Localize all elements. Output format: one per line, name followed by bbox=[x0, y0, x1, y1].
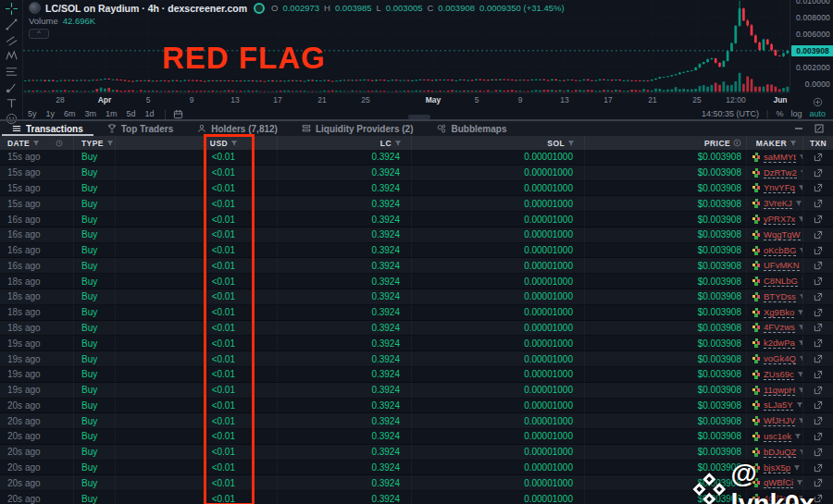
col-header-usd[interactable]: USD bbox=[116, 136, 278, 150]
txn-popout-icon[interactable] bbox=[814, 246, 823, 255]
timeframe-1y[interactable]: 1y bbox=[42, 109, 60, 118]
tab-bubblemaps[interactable]: Bubblemaps bbox=[425, 121, 518, 136]
table-row[interactable]: 19s agoBuy<0.010.39240.00001000$0.003908… bbox=[0, 336, 833, 351]
txn-popout-icon[interactable] bbox=[814, 448, 823, 457]
maker-address[interactable]: 11qwpH bbox=[764, 385, 795, 396]
brush-tool-icon[interactable] bbox=[4, 81, 19, 93]
projection-tool-icon[interactable] bbox=[4, 66, 19, 78]
table-row[interactable]: 20s agoBuy<0.010.39240.00001000$0.003908… bbox=[0, 429, 833, 445]
pattern-tool-icon[interactable] bbox=[4, 50, 19, 62]
tx-link[interactable] bbox=[803, 351, 833, 366]
table-row[interactable]: 19s agoBuy<0.010.39240.00001000$0.003908… bbox=[0, 351, 833, 367]
maker-filter-icon[interactable] bbox=[794, 433, 802, 440]
col-header-date[interactable]: DATE bbox=[0, 136, 74, 150]
tx-link[interactable] bbox=[803, 227, 833, 242]
clock-utc[interactable]: 14:50:35 (UTC) bbox=[702, 109, 759, 118]
tx-maker[interactable]: ZUs69c bbox=[747, 367, 803, 382]
txn-popout-icon[interactable] bbox=[814, 432, 823, 441]
maker-address[interactable]: bDJuQZ bbox=[764, 447, 796, 458]
tx-link[interactable] bbox=[803, 399, 833, 413]
tx-maker[interactable]: UFvMKN bbox=[747, 258, 803, 273]
table-row[interactable]: 15s agoBuy<0.010.39240.00001000$0.003908… bbox=[0, 196, 833, 212]
tx-link[interactable] bbox=[803, 289, 833, 304]
txn-popout-icon[interactable] bbox=[814, 308, 823, 317]
table-row[interactable]: 19s agoBuy<0.010.39240.00001000$0.003908… bbox=[0, 383, 833, 399]
maker-address[interactable]: DzRTw2 bbox=[764, 167, 797, 178]
crosshair-tool-icon[interactable] bbox=[4, 3, 19, 15]
tx-maker[interactable]: voGk4Q bbox=[747, 351, 803, 366]
txn-popout-icon[interactable] bbox=[814, 400, 823, 410]
tx-maker[interactable]: yPRX7x bbox=[747, 212, 803, 227]
table-row[interactable]: 19s agoBuy<0.010.39240.00001000$0.003908… bbox=[0, 367, 833, 383]
txn-popout-icon[interactable] bbox=[814, 416, 823, 425]
scale-percent-button[interactable]: % bbox=[776, 109, 783, 118]
maker-address[interactable]: k2dwPa bbox=[764, 338, 795, 349]
tx-maker[interactable]: C8NLbG bbox=[747, 274, 803, 289]
tx-maker[interactable]: 4FVzws bbox=[747, 321, 803, 336]
table-row[interactable]: 16s agoBuy<0.010.39240.00001000$0.003908… bbox=[0, 243, 833, 259]
table-row[interactable]: 16s agoBuy<0.010.39240.00001000$0.003908… bbox=[0, 227, 833, 243]
maker-address[interactable]: Xg9Bko bbox=[764, 307, 794, 318]
col-header-type[interactable]: TYPE bbox=[74, 136, 116, 150]
tx-link[interactable] bbox=[803, 336, 833, 350]
expand-icon[interactable] bbox=[814, 120, 824, 137]
tx-maker[interactable]: WqgTqW bbox=[747, 227, 803, 242]
tx-link[interactable] bbox=[803, 274, 833, 289]
timeframe-5y[interactable]: 5y bbox=[23, 109, 42, 118]
txn-popout-icon[interactable] bbox=[814, 370, 823, 379]
tx-maker[interactable]: BTYDss bbox=[747, 289, 803, 304]
tab-liquidity-providers-2-[interactable]: Liquidity Providers (2) bbox=[290, 121, 426, 136]
table-row[interactable]: 16s agoBuy<0.010.39240.00001000$0.003908… bbox=[0, 258, 833, 274]
visibility-dot-icon[interactable] bbox=[254, 3, 265, 14]
col-header-maker[interactable]: MAKER bbox=[747, 136, 803, 150]
timeframe-6m[interactable]: 6m bbox=[59, 109, 81, 118]
text-tool-icon[interactable] bbox=[4, 97, 19, 109]
table-row[interactable]: 15s agoBuy<0.010.39240.00001000$0.003908… bbox=[0, 150, 833, 166]
txn-popout-icon[interactable] bbox=[814, 261, 823, 270]
price-axis[interactable]: 0.003908 0.0100000.0080000.0060000.00200… bbox=[789, 0, 833, 92]
maker-filter-icon[interactable] bbox=[797, 371, 803, 378]
maker-address[interactable]: UFvMKN bbox=[764, 260, 800, 271]
maker-address[interactable]: WfJHJV bbox=[764, 415, 795, 426]
tx-maker[interactable]: WfJHJV bbox=[747, 413, 803, 428]
legend-collapse-button[interactable]: ^ bbox=[29, 29, 49, 39]
parallel-channel-tool-icon[interactable] bbox=[4, 34, 19, 46]
table-row[interactable]: 20s agoBuy<0.010.39240.00001000$0.003908… bbox=[0, 399, 833, 414]
txn-popout-icon[interactable] bbox=[814, 338, 823, 348]
tx-maker[interactable]: saMMYt bbox=[747, 150, 803, 165]
tx-link[interactable] bbox=[803, 150, 833, 165]
table-row[interactable]: 18s agoBuy<0.010.39240.00001000$0.003908… bbox=[0, 305, 833, 321]
col-header-lc[interactable]: LC bbox=[278, 136, 412, 150]
timeframe-1m[interactable]: 1m bbox=[101, 109, 122, 118]
goto-date-icon[interactable] bbox=[165, 109, 183, 119]
tx-maker[interactable]: 11qwpH bbox=[747, 383, 803, 398]
tx-link[interactable] bbox=[803, 181, 833, 196]
tx-link[interactable] bbox=[803, 243, 833, 258]
scale-log-button[interactable]: log bbox=[790, 109, 802, 118]
tx-maker[interactable]: usc1ek bbox=[747, 429, 803, 444]
maker-address[interactable]: saMMYt bbox=[764, 152, 796, 163]
tab-top-traders[interactable]: Top Traders bbox=[95, 121, 186, 136]
maker-address[interactable]: voGk4Q bbox=[764, 353, 796, 364]
table-row[interactable]: 18s agoBuy<0.010.39240.00001000$0.003908… bbox=[0, 289, 833, 305]
tx-maker[interactable]: oKcbBG bbox=[747, 243, 803, 258]
txn-popout-icon[interactable] bbox=[814, 183, 823, 192]
maker-address[interactable]: yPRX7x bbox=[764, 214, 795, 225]
minimize-icon[interactable] bbox=[794, 120, 803, 137]
maker-address[interactable]: WqgTqW bbox=[764, 229, 801, 240]
time-axis[interactable]: 28Apr5913172125May591317212512:00Jun bbox=[23, 92, 789, 107]
tx-link[interactable] bbox=[803, 212, 833, 227]
scale-auto-button[interactable]: auto bbox=[809, 109, 826, 118]
maker-address[interactable]: ZUs69c bbox=[764, 369, 794, 380]
txn-popout-icon[interactable] bbox=[814, 215, 823, 224]
col-header-sol[interactable]: SOL bbox=[412, 136, 585, 150]
txn-popout-icon[interactable] bbox=[814, 292, 823, 301]
maker-address[interactable]: C8NLbG bbox=[764, 276, 798, 287]
maker-filter-icon[interactable] bbox=[796, 401, 803, 409]
tx-maker[interactable]: Xg9Bko bbox=[747, 305, 803, 320]
tx-link[interactable] bbox=[803, 429, 833, 444]
tx-maker[interactable]: 3VreKJ bbox=[747, 196, 803, 211]
pane-divider[interactable] bbox=[0, 119, 833, 121]
maker-address[interactable]: BTYDss bbox=[764, 291, 796, 302]
txn-popout-icon[interactable] bbox=[814, 153, 823, 162]
